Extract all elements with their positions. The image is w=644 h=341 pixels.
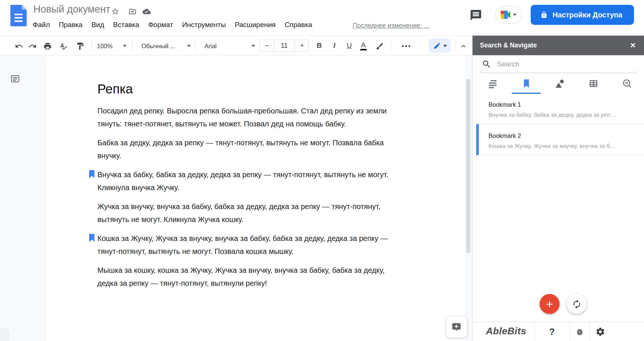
sidebar-search bbox=[473, 55, 644, 73]
collapse-toolbar-button[interactable] bbox=[458, 41, 468, 51]
help-button-partial[interactable] bbox=[0, 329, 8, 341]
bookmark-title: Bookmark 1 bbox=[488, 101, 638, 108]
menu-extensions[interactable]: Расширения bbox=[235, 21, 276, 29]
report-bug-button[interactable] bbox=[570, 322, 590, 341]
add-bookmark-button[interactable]: + bbox=[540, 294, 560, 314]
document-area: Репка Посадил дед репку. Выросла репка б… bbox=[0, 55, 472, 341]
search-icon bbox=[482, 59, 491, 69]
move-folder-icon[interactable] bbox=[129, 7, 137, 16]
sidebar-title: Search & Navigate bbox=[480, 42, 537, 49]
undo-icon bbox=[15, 42, 23, 50]
text-color-button[interactable]: A bbox=[358, 40, 368, 51]
cloud-status-icon[interactable] bbox=[143, 7, 151, 16]
doc-heading: Репка bbox=[97, 81, 465, 97]
spellcheck-button[interactable] bbox=[58, 41, 68, 51]
editing-mode-icon bbox=[433, 42, 441, 50]
outline-icon bbox=[10, 74, 20, 83]
bookmark-icon bbox=[521, 79, 531, 89]
paragraph-style-select[interactable]: Обычный ... bbox=[141, 40, 191, 52]
font-size-input[interactable]: 11 bbox=[274, 40, 295, 52]
tab-search-results[interactable] bbox=[610, 73, 644, 94]
chevron-down-icon bbox=[251, 45, 255, 47]
deep-search-tab-icon bbox=[622, 79, 632, 89]
print-icon bbox=[43, 42, 52, 50]
page-content: Репка Посадил дед репку. Выросла репка б… bbox=[46, 55, 465, 290]
logo-fold bbox=[22, 5, 27, 10]
redo-icon bbox=[28, 42, 37, 50]
bug-icon bbox=[575, 328, 584, 336]
spellcheck-icon bbox=[59, 42, 67, 50]
decrease-font-button[interactable]: − bbox=[260, 40, 274, 52]
sidebar-footer: AbleBits ? bbox=[473, 322, 644, 341]
meet-icon bbox=[501, 11, 511, 19]
paragraph-with-bookmark: Кошка за Жучку, Жучка за внучку, внучка … bbox=[97, 232, 465, 258]
tab-bookmarks[interactable] bbox=[510, 73, 543, 94]
underline-button[interactable]: U bbox=[344, 40, 354, 51]
chevron-down-icon bbox=[443, 45, 447, 47]
bookmark-flag-icon bbox=[89, 234, 95, 242]
italic-button[interactable]: I bbox=[329, 40, 340, 51]
outline-toggle-button[interactable] bbox=[10, 74, 20, 83]
document-page[interactable]: Репка Посадил дед репку. Выросла репка б… bbox=[45, 55, 466, 341]
increase-font-button[interactable]: + bbox=[295, 40, 309, 52]
last-edit-link[interactable]: Последнее изменение: ... bbox=[353, 22, 429, 30]
search-input[interactable] bbox=[497, 59, 619, 70]
share-button-label: Настройки Доступа bbox=[553, 11, 622, 19]
document-name-input[interactable]: Новый документ bbox=[33, 4, 110, 15]
menu-bar: Файл Правка Вид Вставка Формат Инструмен… bbox=[33, 21, 312, 29]
paragraph-with-bookmark: Внучка за бабку, бабка за дедку, дедка з… bbox=[97, 168, 465, 194]
settings-button[interactable] bbox=[595, 327, 605, 337]
ablebits-logo[interactable]: AbleBits bbox=[486, 325, 526, 337]
google-docs-app: Новый документ Файл Правка Вид Вставка Ф… bbox=[0, 0, 644, 341]
lock-icon bbox=[540, 11, 548, 19]
document-scrollbar[interactable] bbox=[466, 79, 470, 253]
comment-icon bbox=[470, 9, 482, 21]
editing-mode-button[interactable] bbox=[429, 39, 451, 53]
undo-button[interactable] bbox=[14, 41, 24, 51]
menu-tools[interactable]: Инструменты bbox=[182, 21, 226, 29]
close-sidebar-button[interactable]: × bbox=[627, 39, 639, 51]
tab-headings[interactable] bbox=[476, 73, 510, 94]
headings-tab-icon bbox=[488, 79, 498, 89]
more-options-button[interactable] bbox=[398, 41, 413, 51]
chevron-down-icon bbox=[123, 45, 127, 47]
zoom-select[interactable]: 100% bbox=[97, 40, 127, 52]
bookmark-list-item-selected[interactable]: Bookmark 2 Кошка за Жучку, Жучка за внуч… bbox=[476, 124, 644, 155]
paragraph: Бабка за дедку, дедка за репку — тянут-п… bbox=[97, 136, 465, 162]
settings-icon bbox=[595, 327, 605, 337]
refresh-button[interactable] bbox=[567, 294, 587, 314]
bold-button[interactable]: B bbox=[314, 40, 324, 51]
meet-call-button[interactable] bbox=[495, 6, 522, 24]
tab-tables[interactable] bbox=[577, 73, 610, 94]
redo-button[interactable] bbox=[27, 41, 37, 51]
print-button[interactable] bbox=[43, 41, 52, 51]
explore-button[interactable] bbox=[446, 317, 467, 338]
sidebar-tabs bbox=[476, 73, 644, 94]
highlight-button[interactable] bbox=[375, 41, 384, 51]
bookmark-list: Bookmark 1 Внучка за бабку, бабка за дед… bbox=[476, 94, 644, 155]
menu-edit[interactable]: Правка bbox=[59, 21, 83, 29]
chevron-down-icon bbox=[513, 14, 517, 16]
app-header: Новый документ Файл Правка Вид Вставка Ф… bbox=[0, 0, 644, 36]
paragraph: Посадил дед репку. Выросла репка большая… bbox=[97, 105, 465, 130]
help-button[interactable]: ? bbox=[534, 322, 570, 341]
menu-view[interactable]: Вид bbox=[91, 21, 104, 29]
tab-images[interactable] bbox=[543, 73, 577, 94]
menu-insert[interactable]: Вставка bbox=[113, 21, 139, 29]
share-button[interactable]: Настройки Доступа bbox=[531, 5, 634, 25]
bookmark-preview: Внучка за бабку, бабка за дедку, дедка з… bbox=[488, 112, 638, 118]
star-icon[interactable] bbox=[111, 7, 119, 16]
sparkle-icon bbox=[451, 322, 462, 333]
menu-help[interactable]: Справка bbox=[284, 21, 312, 29]
comments-button[interactable] bbox=[470, 9, 482, 21]
bookmark-list-item[interactable]: Bookmark 1 Внучка за бабку, бабка за дед… bbox=[476, 94, 644, 124]
search-underline bbox=[480, 73, 637, 73]
chevron-up-icon bbox=[459, 42, 468, 50]
bookmark-preview: Кошка за Жучку, Жучка за внучку, внучка … bbox=[488, 143, 638, 149]
menu-file[interactable]: Файл bbox=[33, 21, 50, 29]
menu-format[interactable]: Формат bbox=[148, 21, 173, 29]
docs-logo-icon[interactable] bbox=[10, 5, 27, 26]
font-select[interactable]: Arial bbox=[204, 40, 255, 52]
paint-format-button[interactable] bbox=[75, 41, 85, 51]
refresh-icon bbox=[572, 299, 582, 309]
